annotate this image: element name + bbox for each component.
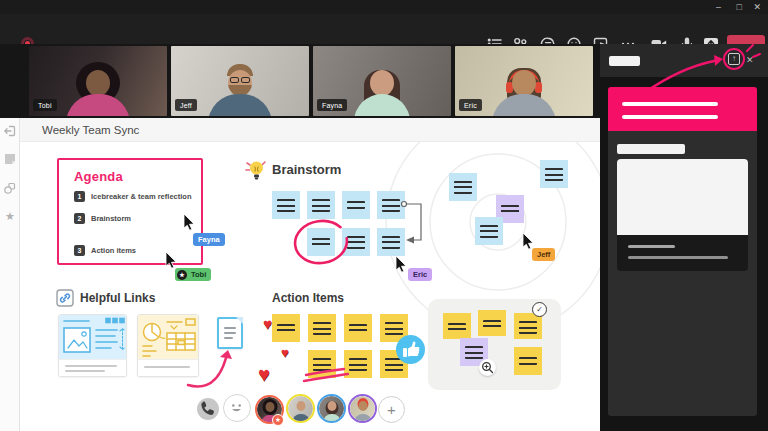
avatar — [354, 94, 410, 116]
cursor-label-jeff: Jeff — [532, 248, 555, 261]
note-text-scribble — [382, 236, 400, 249]
panel-primary-button-redacted[interactable] — [608, 87, 757, 131]
video-tile-fayna[interactable]: Fayna — [313, 46, 451, 116]
sticky-note[interactable] — [308, 350, 336, 378]
popout-icon[interactable]: ↑ — [728, 53, 740, 65]
brainstorm-title: Brainstorm — [272, 162, 341, 177]
sticky-note[interactable] — [272, 314, 300, 342]
section-label-redacted — [617, 144, 685, 154]
sticky-note[interactable] — [514, 347, 542, 375]
video-tile-tobi[interactable]: Tobi — [29, 46, 167, 116]
note-text-scribble — [519, 357, 537, 365]
video-tile-eric[interactable]: Eric — [455, 46, 593, 116]
facilitator-avatar-jeff[interactable] — [286, 394, 315, 423]
redacted-text-line — [628, 256, 728, 259]
agenda-item-label: Icebreaker & team reflection — [91, 192, 191, 201]
sticky-note[interactable] — [377, 191, 405, 219]
note-text-scribble — [313, 322, 331, 335]
sticky-note[interactable] — [308, 314, 336, 342]
dashboard-wireframe — [138, 315, 199, 361]
sticky-note[interactable] — [342, 228, 370, 256]
sticky-note[interactable] — [307, 191, 335, 219]
sticky-note[interactable] — [307, 228, 335, 256]
agenda-item-number: 2 — [74, 213, 85, 224]
agenda-box[interactable]: Agenda 1 Icebreaker & team reflection 2 … — [57, 158, 203, 265]
cursor-eric — [395, 255, 408, 273]
meeting-side-panel: ↑ ✕ — [600, 44, 768, 431]
sticky-note[interactable] — [272, 191, 300, 219]
glasses — [229, 77, 251, 83]
sticky-note[interactable] — [475, 217, 503, 245]
note-text-scribble — [465, 346, 483, 359]
avatar — [86, 70, 110, 96]
participant-name-tag: Eric — [459, 99, 482, 111]
facilitator-star-badge: ★ — [272, 414, 284, 426]
sticky-note[interactable] — [344, 350, 372, 378]
redacted-text-line — [628, 245, 675, 248]
shapes-tool-icon[interactable] — [3, 181, 17, 195]
note-text-scribble — [501, 205, 519, 213]
favorites-star-icon[interactable]: ★ — [3, 209, 17, 223]
avatar — [66, 94, 130, 116]
close-icon[interactable]: ✕ — [753, 1, 761, 13]
whiteboard-toolbar-rail: ★ — [0, 118, 20, 431]
note-text-scribble — [313, 358, 331, 371]
agenda-item: 3 Action items — [74, 245, 136, 256]
add-participant-button[interactable]: + — [378, 396, 405, 423]
phone-button[interactable] — [197, 398, 219, 420]
facilitator-icon: ★ — [177, 270, 187, 280]
content-card[interactable] — [617, 159, 748, 271]
sticky-note[interactable] — [540, 160, 568, 188]
check-badge-icon[interactable]: ✓ — [532, 302, 547, 317]
heart-reaction-icon[interactable]: ♥ — [263, 316, 272, 331]
maximize-icon[interactable]: □ — [737, 1, 742, 13]
participant-name-tag: Fayna — [317, 99, 347, 111]
whiteboard-canvas[interactable]: Agenda 1 Icebreaker & team reflection 2 … — [20, 142, 600, 431]
agenda-item: 2 Brainstorm — [74, 213, 131, 224]
minimize-icon[interactable]: – — [716, 1, 721, 13]
note-text-scribble — [277, 324, 295, 332]
sticky-note[interactable] — [449, 173, 477, 201]
sticky-note[interactable] — [377, 228, 405, 256]
sticky-note-tool-icon[interactable] — [3, 152, 17, 166]
meeting-toolbar — [0, 14, 768, 44]
board-title: Weekly Team Sync — [42, 124, 139, 136]
lightbulb-icon — [245, 157, 269, 183]
redacted-text-line — [622, 102, 718, 106]
card-caption — [617, 235, 748, 271]
participant-name-tag: Tobi — [33, 99, 57, 111]
sticky-note[interactable] — [342, 191, 370, 219]
note-text-scribble — [519, 321, 537, 334]
cursor-fayna — [183, 213, 196, 231]
note-text-scribble — [454, 181, 472, 194]
exit-board-icon[interactable] — [3, 124, 17, 138]
avatar — [512, 70, 536, 96]
panel-content-area — [608, 131, 757, 416]
sticky-note[interactable] — [443, 313, 471, 339]
facilitator-avatar-fayna[interactable] — [317, 394, 346, 423]
note-text-scribble — [277, 199, 295, 212]
thumbs-up-icon[interactable] — [396, 335, 425, 364]
teams-meeting-window: – □ ✕ — [0, 0, 768, 431]
heart-reaction-icon[interactable]: ♥ — [281, 346, 289, 359]
zoom-magnifier-icon[interactable] — [479, 359, 496, 376]
document-icon[interactable] — [217, 317, 243, 349]
note-text-scribble — [385, 322, 403, 335]
cursor-label-eric: Eric — [408, 268, 432, 281]
action-items-title: Action Items — [272, 291, 344, 305]
card-thumbnail — [617, 159, 748, 235]
avatar — [492, 94, 556, 116]
avatar — [208, 94, 272, 116]
sticky-note[interactable] — [344, 314, 372, 342]
heart-reaction-icon[interactable]: ♥ — [258, 364, 270, 384]
note-text-scribble — [545, 168, 563, 181]
video-tile-jeff[interactable]: Jeff — [171, 46, 309, 116]
emoji-button[interactable] — [223, 394, 251, 422]
close-panel-icon[interactable]: ✕ — [746, 54, 754, 66]
link-card-dashboard[interactable] — [137, 314, 199, 377]
agenda-item: 1 Icebreaker & team reflection — [74, 191, 191, 202]
link-card-webpage[interactable] — [58, 314, 127, 377]
facilitator-avatar-eric[interactable] — [348, 394, 377, 423]
sticky-note[interactable] — [478, 310, 506, 336]
note-text-scribble — [480, 225, 498, 238]
